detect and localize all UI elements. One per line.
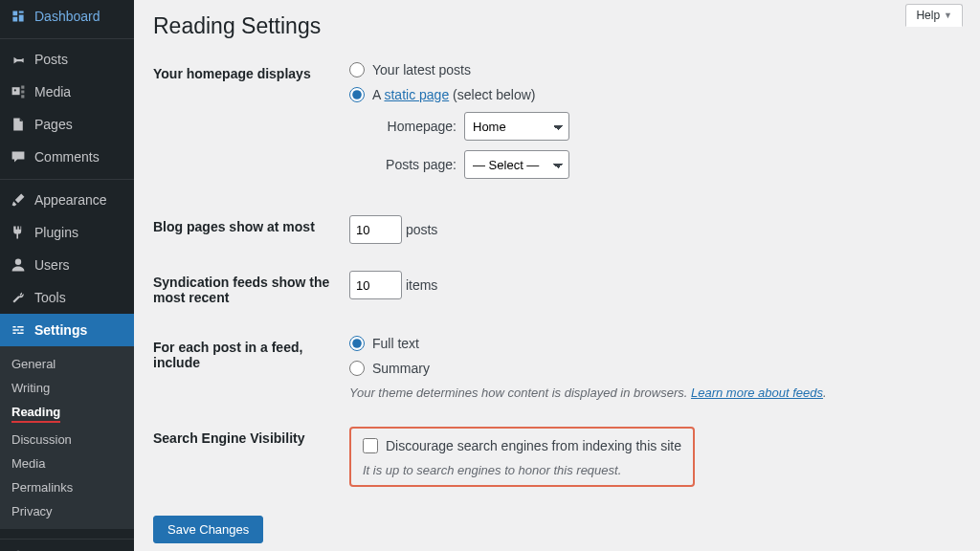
brush-icon <box>10 191 27 209</box>
sliders-icon <box>10 321 27 339</box>
dashboard-icon <box>10 8 27 25</box>
submenu-label: Privacy <box>11 504 53 518</box>
collapse-menu[interactable]: Collapse menu <box>0 539 134 551</box>
postspage-select[interactable]: — Select — <box>464 150 569 179</box>
radio-label: Full text <box>372 336 419 351</box>
pin-icon <box>10 51 27 68</box>
sidebar-item-label: Pages <box>34 117 126 132</box>
submenu-item-privacy[interactable]: Privacy <box>0 499 134 523</box>
sidebar-item-posts[interactable]: Posts <box>0 38 134 76</box>
sidebar-item-label: Plugins <box>34 225 126 240</box>
svg-point-0 <box>14 89 16 91</box>
submenu-label: Reading <box>11 405 60 423</box>
plug-icon <box>10 224 27 241</box>
discourage-search-checkbox[interactable] <box>363 438 378 453</box>
radio-full-text[interactable] <box>349 336 365 351</box>
sidebar-item-label: Dashboard <box>34 9 126 24</box>
feed-description: Your theme determines how content is dis… <box>349 386 951 400</box>
radio-label: A static page (select below) <box>372 87 535 102</box>
sidebar-item-plugins[interactable]: Plugins <box>0 216 134 249</box>
visibility-highlight: Discourage search engines from indexing … <box>349 427 695 487</box>
field-label-blogpages: Blog pages show at most <box>153 202 340 257</box>
sidebar-item-label: Settings <box>34 322 126 338</box>
submenu-label: Discussion <box>11 432 72 447</box>
suffix-label: posts <box>406 222 437 237</box>
sidebar-item-users[interactable]: Users <box>0 249 134 281</box>
chevron-down-icon: ▼ <box>944 11 952 20</box>
submenu-item-writing[interactable]: Writing <box>0 376 134 400</box>
sidebar-item-appearance[interactable]: Appearance <box>0 179 134 216</box>
save-changes-button[interactable]: Save Changes <box>153 516 263 543</box>
sidebar-item-pages[interactable]: Pages <box>0 108 134 141</box>
sidebar-item-label: Appearance <box>34 192 126 208</box>
learn-more-feeds-link[interactable]: Learn more about feeds <box>691 386 823 400</box>
submenu-item-permalinks[interactable]: Permalinks <box>0 475 134 499</box>
postspage-select-label: Posts page: <box>372 157 457 172</box>
svg-point-1 <box>15 259 21 265</box>
admin-sidebar: Dashboard Posts Media Pages Comments App… <box>0 0 134 551</box>
radio-label: Your latest posts <box>372 62 471 77</box>
sidebar-item-label: Media <box>34 84 126 99</box>
wrench-icon <box>10 289 27 306</box>
comment-icon <box>10 148 27 165</box>
homepage-select-label: Homepage: <box>372 119 457 134</box>
submenu-label: Media <box>11 456 45 471</box>
sidebar-item-label: Users <box>34 257 126 273</box>
sidebar-item-label: Posts <box>34 52 126 67</box>
sidebar-item-settings[interactable]: Settings <box>0 314 134 346</box>
syndication-count-input[interactable] <box>349 271 402 299</box>
field-label-feedcontent: For each post in a feed, include <box>153 322 340 413</box>
submenu-item-discussion[interactable]: Discussion <box>0 428 134 452</box>
help-tab[interactable]: Help ▼ <box>905 4 963 27</box>
radio-latest-posts[interactable] <box>349 62 365 77</box>
visibility-description: It is up to search engines to honor this… <box>363 463 681 477</box>
field-label-syndication: Syndication feeds show the most recent <box>153 257 340 322</box>
submenu-item-media[interactable]: Media <box>0 452 134 475</box>
submenu-label: Permalinks <box>11 480 73 495</box>
submenu-item-general[interactable]: General <box>0 352 134 376</box>
sidebar-item-dashboard[interactable]: Dashboard <box>0 0 134 33</box>
settings-submenu: General Writing Reading Discussion Media… <box>0 346 134 529</box>
submenu-label: Writing <box>11 381 50 395</box>
field-label-visibility: Search Engine Visibility <box>153 413 340 500</box>
settings-form: Your homepage displays Your latest posts… <box>153 49 961 500</box>
help-label: Help <box>916 9 940 22</box>
sidebar-item-media[interactable]: Media <box>0 76 134 108</box>
sidebar-item-tools[interactable]: Tools <box>0 281 134 314</box>
sidebar-item-label: Tools <box>34 290 126 305</box>
sidebar-item-label: Comments <box>34 149 126 165</box>
suffix-label: items <box>406 277 437 293</box>
sidebar-item-comments[interactable]: Comments <box>0 141 134 173</box>
submenu-item-reading[interactable]: Reading <box>0 400 134 428</box>
media-icon <box>10 83 27 100</box>
checkbox-label: Discourage search engines from indexing … <box>386 438 681 453</box>
blog-pages-count-input[interactable] <box>349 215 402 244</box>
static-page-link[interactable]: static page <box>384 87 449 102</box>
page-icon <box>10 116 27 133</box>
radio-static-page[interactable] <box>349 87 365 102</box>
homepage-select[interactable]: Home <box>464 112 569 141</box>
submenu-label: General <box>11 357 56 371</box>
page-title: Reading Settings <box>153 0 961 49</box>
main-content: Help ▼ Reading Settings Your homepage di… <box>134 0 980 551</box>
field-label-homepage: Your homepage displays <box>153 49 340 202</box>
radio-label: Summary <box>372 361 430 376</box>
user-icon <box>10 256 27 274</box>
radio-summary[interactable] <box>349 361 365 376</box>
